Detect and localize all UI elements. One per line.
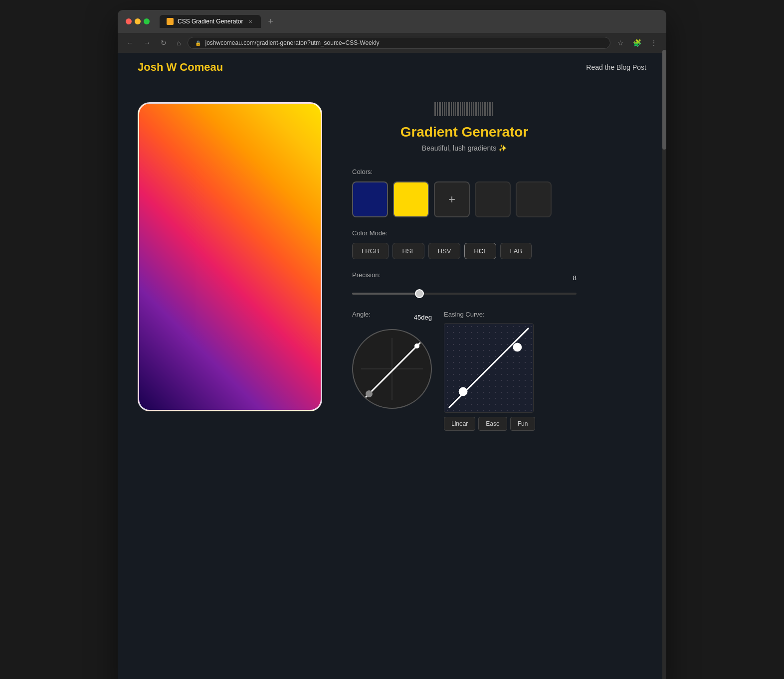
bookmark-button[interactable]: ☆ bbox=[614, 37, 627, 49]
mode-btn-hsv[interactable]: HSV bbox=[428, 243, 461, 259]
svg-rect-11 bbox=[460, 102, 461, 116]
blog-post-link[interactable]: Read the Blog Post bbox=[586, 63, 646, 71]
svg-rect-23 bbox=[487, 102, 488, 116]
svg-rect-7 bbox=[451, 102, 452, 116]
color-slot-empty-1 bbox=[475, 181, 511, 217]
svg-rect-2 bbox=[439, 102, 441, 116]
browser-titlebar: CSS Gradient Generator ✕ + bbox=[118, 10, 666, 33]
precision-section: Precision: 8 bbox=[352, 271, 577, 299]
easing-buttons: Linear Ease Fun bbox=[444, 417, 577, 431]
forward-button[interactable]: → bbox=[141, 37, 154, 49]
svg-rect-15 bbox=[469, 102, 470, 116]
easing-label: Easing Curve: bbox=[444, 311, 577, 318]
scrollbar[interactable] bbox=[662, 50, 666, 679]
svg-point-28 bbox=[366, 390, 373, 397]
colors-section: Colors: + bbox=[352, 168, 577, 217]
minimize-window-button[interactable] bbox=[135, 18, 141, 24]
svg-rect-25 bbox=[492, 102, 493, 116]
tab-favicon bbox=[167, 18, 174, 25]
svg-rect-20 bbox=[480, 102, 481, 116]
angle-wheel-svg bbox=[353, 330, 433, 410]
color-mode-label: Color Mode: bbox=[352, 229, 577, 237]
precision-slider-container bbox=[352, 289, 577, 299]
gradient-preview bbox=[138, 102, 322, 411]
angle-label: Angle: bbox=[352, 311, 371, 318]
svg-rect-17 bbox=[473, 102, 474, 116]
svg-rect-24 bbox=[489, 102, 491, 116]
color-mode-section: Color Mode: LRGB HSL HSV HCL LAB bbox=[352, 229, 577, 259]
precision-label: Precision: bbox=[352, 271, 381, 279]
svg-rect-12 bbox=[462, 102, 463, 116]
panel-title: Gradient Generator bbox=[352, 124, 577, 140]
home-button[interactable]: ⌂ bbox=[174, 37, 184, 49]
mode-btn-hsl[interactable]: HSL bbox=[392, 243, 424, 259]
barcode-logo-area bbox=[352, 102, 577, 116]
svg-rect-13 bbox=[464, 102, 465, 116]
tab-title: CSS Gradient Generator bbox=[178, 18, 243, 25]
svg-rect-26 bbox=[494, 102, 494, 116]
lock-icon: 🔒 bbox=[195, 40, 201, 46]
url-text: joshwcomeau.com/gradient-generator/?utm_… bbox=[205, 39, 379, 46]
svg-point-32 bbox=[459, 388, 467, 396]
new-tab-button[interactable]: + bbox=[265, 15, 276, 28]
app-container: Josh W Comeau Read the Blog Post bbox=[118, 53, 666, 679]
svg-rect-19 bbox=[478, 102, 479, 116]
app-header: Josh W Comeau Read the Blog Post bbox=[118, 53, 666, 82]
color-swatch-yellow[interactable] bbox=[393, 181, 429, 217]
add-color-button[interactable]: + bbox=[434, 181, 470, 217]
easing-btn-ease[interactable]: Ease bbox=[478, 417, 507, 431]
svg-rect-21 bbox=[482, 102, 483, 116]
bottom-row: Angle: 45deg bbox=[352, 311, 577, 431]
svg-rect-3 bbox=[442, 102, 443, 116]
scrollbar-thumb[interactable] bbox=[662, 50, 666, 150]
angle-wheel[interactable] bbox=[352, 329, 432, 409]
easing-curve-box[interactable] bbox=[444, 323, 534, 413]
back-button[interactable]: ← bbox=[124, 37, 137, 49]
close-window-button[interactable] bbox=[126, 18, 132, 24]
svg-rect-8 bbox=[453, 102, 454, 116]
svg-rect-0 bbox=[434, 102, 436, 116]
svg-rect-4 bbox=[444, 102, 445, 116]
svg-point-29 bbox=[414, 343, 419, 348]
svg-line-27 bbox=[366, 343, 420, 397]
precision-value: 8 bbox=[573, 274, 577, 282]
controls-panel: Gradient Generator Beautiful, lush gradi… bbox=[352, 102, 577, 431]
browser-navbar: ← → ↻ ⌂ 🔒 joshwcomeau.com/gradient-gener… bbox=[118, 33, 666, 53]
color-slot-empty-2 bbox=[516, 181, 552, 217]
svg-point-31 bbox=[513, 343, 521, 351]
menu-button[interactable]: ⋮ bbox=[647, 37, 660, 49]
svg-rect-6 bbox=[448, 102, 450, 116]
easing-curve-svg bbox=[444, 324, 533, 412]
color-swatch-navy[interactable] bbox=[352, 181, 388, 217]
mode-btn-lrgb[interactable]: LRGB bbox=[352, 243, 389, 259]
barcode-icon bbox=[434, 102, 494, 116]
tab-css-gradient[interactable]: CSS Gradient Generator ✕ bbox=[160, 15, 261, 28]
tab-close-button[interactable]: ✕ bbox=[247, 18, 254, 25]
browser-nav-actions: ☆ 🧩 ⋮ bbox=[614, 37, 660, 49]
mode-btn-lab[interactable]: LAB bbox=[500, 243, 532, 259]
color-mode-buttons: LRGB HSL HSV HCL LAB bbox=[352, 243, 577, 259]
svg-rect-16 bbox=[471, 102, 472, 116]
svg-rect-22 bbox=[484, 102, 486, 116]
site-logo: Josh W Comeau bbox=[138, 61, 223, 74]
barcode-svg bbox=[434, 102, 494, 116]
tab-bar: CSS Gradient Generator ✕ + bbox=[160, 15, 592, 28]
easing-btn-fun[interactable]: Fun bbox=[510, 417, 536, 431]
easing-section: Easing Curve: bbox=[444, 311, 577, 431]
color-swatches: + bbox=[352, 181, 577, 217]
svg-rect-18 bbox=[475, 102, 477, 116]
angle-value: 45deg bbox=[414, 314, 432, 321]
refresh-button[interactable]: ↻ bbox=[158, 37, 170, 49]
angle-header: Angle: 45deg bbox=[352, 311, 432, 324]
angle-wheel-container bbox=[352, 329, 432, 409]
svg-rect-1 bbox=[437, 102, 438, 116]
easing-btn-linear[interactable]: Linear bbox=[444, 417, 475, 431]
angle-section: Angle: 45deg bbox=[352, 311, 432, 409]
traffic-lights bbox=[126, 18, 150, 24]
browser-window: CSS Gradient Generator ✕ + ← → ↻ ⌂ 🔒 jos… bbox=[118, 10, 666, 679]
address-bar[interactable]: 🔒 joshwcomeau.com/gradient-generator/?ut… bbox=[188, 37, 610, 49]
mode-btn-hcl[interactable]: HCL bbox=[464, 243, 496, 259]
easing-curve-container: Linear Ease Fun bbox=[444, 323, 577, 431]
maximize-window-button[interactable] bbox=[144, 18, 150, 24]
extensions-button[interactable]: 🧩 bbox=[630, 37, 644, 49]
